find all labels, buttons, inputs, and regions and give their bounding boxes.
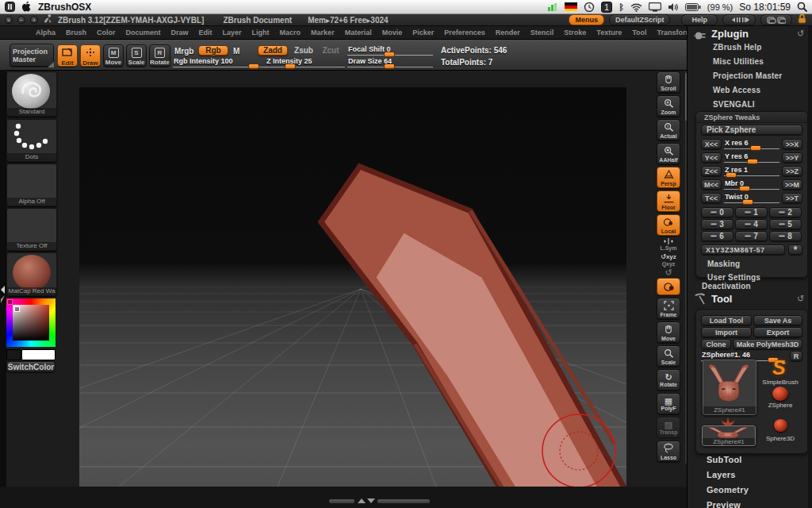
menu-draw[interactable]: Draw (171, 29, 189, 37)
menu-alpha[interactable]: Alpha (36, 29, 56, 37)
tool-r-button[interactable]: R (790, 351, 802, 361)
zoom-shelf-button[interactable]: Zoom (657, 95, 680, 117)
scale-shelf-button[interactable]: Scale (657, 345, 680, 367)
m-button[interactable]: M (233, 47, 239, 56)
rotate-mode-button[interactable]: R Rotate (149, 44, 170, 67)
tool-save-as-button[interactable]: Save As (753, 315, 802, 325)
tool-section-layers[interactable]: Layers (707, 470, 749, 479)
rotate-shelf-button[interactable]: ↻Rotate (657, 369, 680, 391)
spotlight-icon[interactable] (797, 2, 807, 12)
active-app-name[interactable]: ZBrushOSX (38, 2, 91, 13)
pick-zsphere-button[interactable]: Pick Zsphere (701, 125, 802, 135)
menu-movie[interactable]: Movie (382, 29, 403, 37)
close-window-button[interactable]: × (5, 16, 13, 24)
parallels-icon[interactable] (5, 2, 15, 12)
zcut-button[interactable]: Zcut (319, 45, 343, 56)
aahalf-shelf-button[interactable]: AAHalf (657, 143, 680, 164)
slider-handle[interactable] (285, 64, 296, 69)
zplugin-item-projection-master[interactable]: Projection Master (713, 71, 808, 80)
menu-render[interactable]: Render (496, 29, 520, 37)
main-color-swatch[interactable] (21, 349, 56, 360)
tool-section-subtool[interactable]: SubTool (707, 455, 749, 464)
local-shelf-button[interactable]: Local (657, 214, 680, 236)
display-icon[interactable] (649, 2, 661, 12)
tweak-slider[interactable]: Z res 1 (724, 166, 779, 176)
menu-brush[interactable]: Brush (66, 29, 86, 37)
zplugin-item-web-access[interactable]: Web Access (713, 86, 808, 94)
tool-section-geometry[interactable]: Geometry (707, 485, 749, 495)
menu-picker[interactable]: Picker (412, 29, 434, 37)
menus-toggle-button[interactable]: Menus (569, 14, 604, 25)
simplebrush-icon[interactable]: S (772, 356, 786, 379)
tweak-number-1[interactable]: 1 (735, 207, 768, 217)
zoom-window-button[interactable]: + (30, 16, 38, 24)
floor-shelf-button[interactable]: Floor (657, 190, 680, 212)
status-bars-icon[interactable] (547, 2, 558, 12)
slider-handle[interactable] (248, 64, 259, 69)
tweak-inc-button[interactable]: >>M (782, 179, 802, 190)
move-mode-button[interactable]: M Move (103, 44, 124, 67)
menu-layer[interactable]: Layer (223, 29, 242, 37)
recent-tool-thumbnail[interactable]: ZSphere#1 (702, 425, 756, 446)
edit-mode-button[interactable]: Edit (57, 44, 78, 67)
zplugin-item-svengali[interactable]: SVENGALI (713, 100, 808, 109)
tweak-slider[interactable]: Y res 6 (724, 152, 779, 163)
tweak-slider[interactable]: Twist 0 (724, 193, 779, 203)
slider-handle[interactable] (750, 145, 761, 151)
menu-tool[interactable]: Tool (632, 29, 646, 37)
left-tray-divider[interactable] (0, 70, 6, 508)
z-intensity-slider[interactable]: Z Intensity 25 (266, 57, 345, 67)
qxyz-shelf-button[interactable]: ↺xyzQxyz (657, 252, 680, 267)
menu-texture[interactable]: Texture (596, 29, 622, 37)
mrgb-button[interactable]: Mrgb (174, 47, 193, 56)
tool-make-polymesh3d-button[interactable]: Make PolyMesh3D (733, 339, 802, 349)
slider-handle[interactable] (384, 52, 395, 57)
lasso-shelf-button[interactable]: Lasso (657, 441, 680, 462)
current-tool-thumbnail[interactable]: ZSphere#1 (703, 360, 756, 415)
zsphere-tool-icon[interactable] (772, 387, 788, 401)
tweak-slider[interactable]: Mbr 0 (724, 179, 779, 190)
persp-shelf-button[interactable]: Persp (657, 167, 680, 188)
menu-color[interactable]: Color (97, 29, 116, 37)
current-texture-tile[interactable]: Texture Off (6, 208, 57, 251)
tool-load-tool-button[interactable]: Load Tool (701, 315, 752, 325)
current-alpha-tile[interactable]: Alpha Off (6, 164, 57, 206)
volume-icon[interactable] (668, 2, 679, 12)
slider-handle[interactable] (384, 64, 395, 69)
current-material-tile[interactable]: MatCap Red Wa (6, 252, 57, 296)
tweak-inc-button[interactable]: >>T (782, 193, 802, 203)
tweak-number-2[interactable]: 2 (769, 207, 802, 217)
frame-shelf-button[interactable]: Frame (657, 298, 680, 319)
switch-color-button[interactable]: SwitchColor (6, 361, 56, 372)
tweak-number-8[interactable]: 8 (769, 231, 802, 241)
tray-open-up-icon[interactable] (358, 498, 366, 503)
actual-shelf-button[interactable]: Actual (657, 119, 680, 140)
rgb-intensity-slider[interactable]: Rgb Intensity 100 (173, 57, 266, 67)
tweak-number-5[interactable]: 5 (769, 219, 802, 229)
polyf-shelf-button[interactable]: ▦PolyF (657, 393, 680, 414)
current-brush-tile[interactable]: Standard (6, 71, 57, 117)
draw-size-slider[interactable]: Draw Size 64 (347, 57, 433, 67)
tweak-slider[interactable]: X res 6 (724, 139, 779, 149)
l-sym-shelf-button[interactable]: L.Sym (657, 238, 680, 251)
zplugin-restore-icon[interactable]: ↺ (797, 29, 804, 39)
draw-mode-button[interactable]: Draw (80, 44, 101, 67)
menu-light[interactable]: Light (252, 29, 270, 37)
bluetooth-icon[interactable]: ᛒ (619, 2, 624, 12)
calendar-icon[interactable]: 1 (601, 2, 612, 13)
menu-transform[interactable]: Transform (657, 29, 687, 37)
menu-stencil[interactable]: Stencil (530, 29, 554, 37)
tool-export-button[interactable]: Export (753, 327, 802, 337)
tray-open-down-icon[interactable] (367, 498, 375, 503)
sphere3d-icon[interactable] (774, 419, 787, 432)
tweak-item-masking[interactable]: Masking (707, 260, 760, 268)
window-arrange-button[interactable] (760, 14, 792, 25)
scale-mode-button[interactable]: S Scale (126, 44, 147, 67)
zplugin-item-misc-utilities[interactable]: Misc Utilities (713, 57, 808, 66)
battery-icon[interactable] (685, 3, 701, 11)
lock-icon[interactable] (797, 13, 807, 27)
tray-collapse-button[interactable] (722, 14, 756, 25)
tool-clone-button[interactable]: Clone (701, 339, 731, 349)
current-stroke-tile[interactable]: Dots (6, 119, 57, 162)
tweak-dec-button[interactable]: T<< (701, 193, 722, 203)
